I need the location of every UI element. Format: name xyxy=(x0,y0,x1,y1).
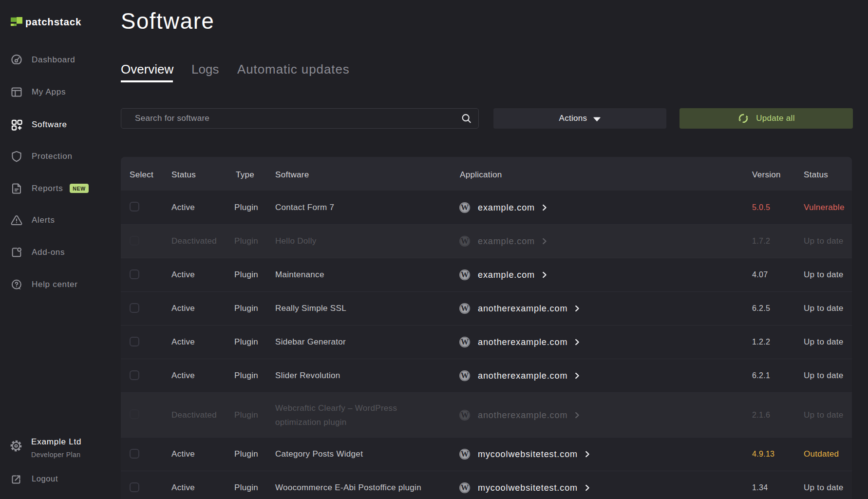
svg-text:W: W xyxy=(461,338,469,346)
svg-text:W: W xyxy=(461,483,469,492)
svg-text:W: W xyxy=(461,371,469,380)
svg-text:W: W xyxy=(461,411,469,419)
svg-text:W: W xyxy=(461,450,469,458)
svg-text:W: W xyxy=(461,203,469,211)
svg-text:W: W xyxy=(461,270,469,279)
svg-text:W: W xyxy=(461,304,469,312)
svg-text:W: W xyxy=(461,237,469,245)
